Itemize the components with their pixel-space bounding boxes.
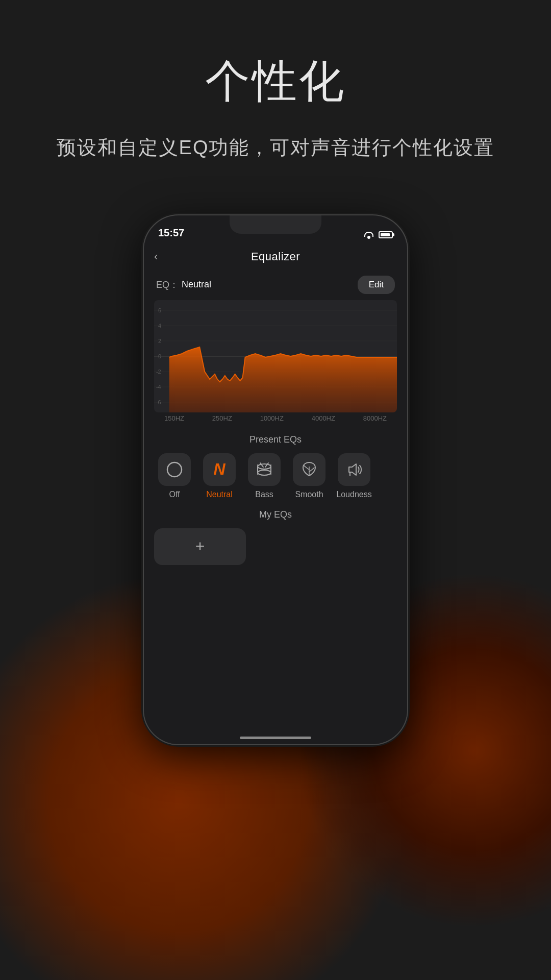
preset-icon-loudness	[338, 453, 370, 486]
eq-left: EQ： Neutral	[156, 279, 211, 291]
eq-presets-list: Off N Neutral	[144, 453, 407, 499]
status-icons	[363, 231, 393, 239]
status-time: 15:57	[158, 227, 184, 239]
freq-150hz: 150HZ	[164, 414, 184, 422]
neutral-letter: N	[213, 460, 225, 479]
edit-button[interactable]: Edit	[358, 276, 395, 294]
svg-text:2: 2	[158, 338, 161, 344]
header-section: 个性化 预设和自定义EQ功能，可对声音进行个性化设置	[0, 0, 551, 184]
preset-icon-smooth	[293, 453, 325, 486]
preset-label-off: Off	[169, 490, 180, 499]
nav-title: Equalizer	[251, 250, 300, 263]
nav-bar: ‹ Equalizer	[144, 242, 407, 272]
home-indicator	[240, 737, 311, 739]
preset-off[interactable]: Off	[152, 453, 197, 499]
bass-icon-svg	[255, 460, 273, 479]
preset-label-smooth: Smooth	[295, 490, 323, 499]
off-icon-svg	[165, 460, 184, 479]
page-title: 个性化	[0, 51, 551, 112]
svg-text:-2: -2	[156, 369, 161, 375]
present-eqs-title: Present EQs	[144, 434, 407, 445]
eq-label: EQ：	[156, 279, 179, 291]
my-eqs-title: My EQs	[144, 509, 407, 520]
preset-neutral[interactable]: N Neutral	[197, 453, 242, 499]
freq-250hz: 250HZ	[212, 414, 232, 422]
page-content: 个性化 预设和自定义EQ功能，可对声音进行个性化设置 15:57	[0, 0, 551, 745]
preset-smooth[interactable]: Smooth	[287, 453, 332, 499]
smooth-icon-svg	[300, 460, 318, 479]
freq-8000hz: 8000HZ	[363, 414, 387, 422]
add-eq-button[interactable]: +	[154, 528, 246, 565]
svg-text:-6: -6	[156, 399, 161, 405]
preset-bass[interactable]: Bass	[242, 453, 287, 499]
phone-mockup: 15:57 ‹ Equalizer	[143, 214, 408, 745]
phone-screen: 15:57 ‹ Equalizer	[144, 215, 407, 744]
phone-outer: 15:57 ‹ Equalizer	[143, 214, 408, 745]
freq-4000hz: 4000HZ	[312, 414, 335, 422]
eq-label-row: EQ： Neutral Edit	[144, 272, 407, 300]
svg-text:0: 0	[158, 353, 161, 359]
preset-icon-neutral: N	[203, 453, 236, 486]
svg-point-15	[258, 464, 271, 469]
battery-icon	[379, 231, 393, 238]
preset-icon-off	[158, 453, 191, 486]
wifi-icon	[363, 231, 374, 239]
phone-notch	[230, 215, 321, 234]
loudness-icon-svg	[345, 460, 363, 479]
preset-label-bass: Bass	[255, 490, 273, 499]
svg-text:4: 4	[158, 323, 161, 329]
eq-graph-svg: 6 4 2 0 -2 -4 -6	[154, 300, 397, 412]
svg-point-18	[258, 470, 271, 475]
preset-loudness[interactable]: Loudness	[332, 453, 377, 499]
eq-value: Neutral	[182, 279, 211, 290]
svg-point-14	[167, 462, 182, 477]
eq-freq-labels: 150HZ 250HZ 1000HZ 4000HZ 8000HZ	[154, 412, 397, 422]
back-button[interactable]: ‹	[154, 250, 158, 263]
preset-icon-bass	[248, 453, 281, 486]
page-subtitle: 预设和自定义EQ功能，可对声音进行个性化设置	[0, 132, 551, 163]
preset-label-loudness: Loudness	[336, 490, 371, 499]
eq-graph: 6 4 2 0 -2 -4 -6	[154, 300, 397, 412]
svg-text:-4: -4	[156, 384, 161, 390]
svg-text:6: 6	[158, 307, 161, 313]
freq-1000hz: 1000HZ	[260, 414, 284, 422]
my-eqs-section: +	[144, 528, 407, 565]
preset-label-neutral: Neutral	[206, 490, 233, 499]
app-content: ‹ Equalizer EQ： Neutral Edit	[144, 242, 407, 744]
